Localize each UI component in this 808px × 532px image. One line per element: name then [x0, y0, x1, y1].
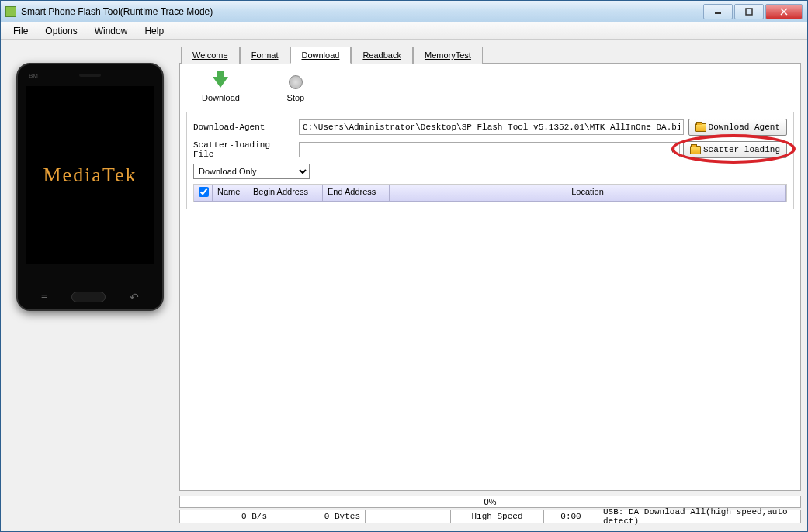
- phone-screen: MediaTek: [26, 86, 154, 264]
- phone-back-icon: ↶: [130, 291, 139, 303]
- phone-earpiece: [79, 74, 101, 77]
- table-header: Name Begin Address End Address Location: [194, 185, 786, 202]
- download-agent-input[interactable]: [299, 119, 684, 135]
- maximize-button[interactable]: [734, 4, 764, 19]
- stop-icon: [289, 75, 303, 89]
- status-connection: High Speed: [451, 510, 544, 523]
- menu-file[interactable]: File: [5, 24, 36, 38]
- status-blank: [366, 510, 451, 523]
- menubar: File Options Window Help: [1, 22, 807, 40]
- col-location[interactable]: Location: [390, 185, 786, 201]
- status-usb: USB: DA Download All(high speed,auto det…: [598, 510, 801, 523]
- col-name[interactable]: Name: [213, 185, 248, 201]
- phone-menu-icon: ≡: [41, 291, 47, 303]
- download-mode-select[interactable]: Download Only: [193, 164, 310, 179]
- col-end-address[interactable]: End Address: [323, 185, 390, 201]
- download-agent-browse-button[interactable]: Download Agent: [688, 119, 787, 136]
- tab-bar: Welcome Format Download Readback MemoryT…: [181, 46, 801, 63]
- download-button[interactable]: Download: [202, 73, 240, 102]
- download-button-label: Download: [202, 93, 240, 102]
- tab-format[interactable]: Format: [240, 47, 290, 64]
- status-speed: 0 B/s: [179, 510, 272, 523]
- folder-icon: [695, 123, 706, 132]
- statusbar: 0% 0 B/s 0 Bytes High Speed 0:00 USB: DA…: [1, 494, 807, 531]
- stop-button-label: Stop: [287, 93, 305, 102]
- minimize-button[interactable]: [703, 4, 733, 19]
- select-all-checkbox[interactable]: [199, 187, 209, 197]
- phone-home-button: [71, 292, 106, 302]
- download-agent-label: Download-Agent: [193, 123, 294, 132]
- menu-window[interactable]: Window: [87, 24, 136, 38]
- status-bytes: 0 Bytes: [272, 510, 366, 523]
- tab-memorytest[interactable]: MemoryTest: [413, 47, 483, 64]
- phone-logo: MediaTek: [43, 164, 137, 187]
- folder-icon: [690, 146, 701, 154]
- tab-welcome[interactable]: Welcome: [181, 47, 240, 64]
- download-agent-browse-label: Download Agent: [709, 123, 780, 132]
- sidebar: BM MediaTek ≡ ↶: [1, 40, 179, 494]
- app-icon: [5, 6, 16, 17]
- scatter-file-input[interactable]: [299, 142, 680, 157]
- progress-bar: 0%: [179, 496, 801, 508]
- scatter-file-label: Scatter-loading File: [193, 140, 294, 159]
- close-button[interactable]: [765, 4, 803, 19]
- phone-corner-label: BM: [29, 72, 38, 79]
- svg-rect-1: [746, 9, 752, 15]
- col-begin-address[interactable]: Begin Address: [248, 185, 323, 201]
- tab-download[interactable]: Download: [290, 47, 352, 64]
- scatter-loading-browse-button[interactable]: Scatter-loading: [683, 141, 787, 158]
- phone-preview: BM MediaTek ≡ ↶: [16, 63, 164, 311]
- tab-readback[interactable]: Readback: [351, 47, 413, 64]
- download-panel: Download Stop Download-Agent Download Ag…: [179, 63, 801, 491]
- stop-button[interactable]: Stop: [286, 73, 305, 102]
- download-arrow-icon: [213, 77, 228, 88]
- menu-options[interactable]: Options: [37, 24, 85, 38]
- window-title: Smart Phone Flash Tool(Runtime Trace Mod…: [21, 6, 703, 17]
- status-time: 0:00: [544, 510, 598, 523]
- menu-help[interactable]: Help: [137, 24, 172, 38]
- scatter-loading-browse-label: Scatter-loading: [703, 145, 780, 154]
- titlebar: Smart Phone Flash Tool(Runtime Trace Mod…: [1, 1, 807, 22]
